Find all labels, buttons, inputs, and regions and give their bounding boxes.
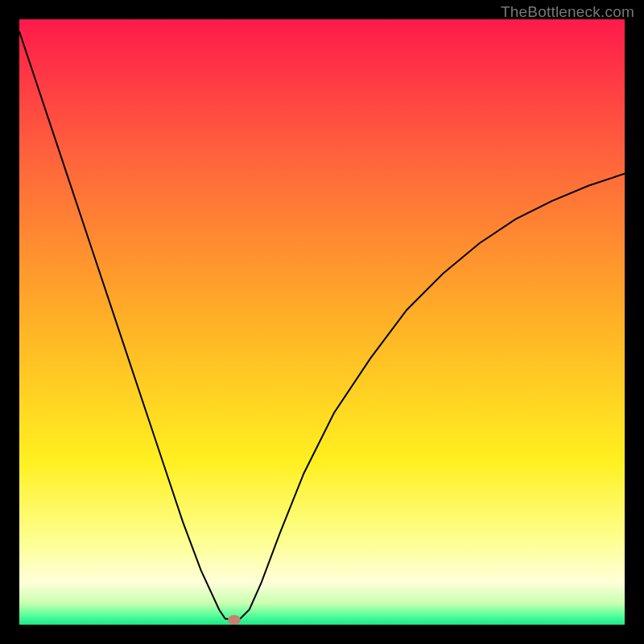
gradient-background <box>19 19 625 625</box>
watermark-text: TheBottleneck.com <box>501 3 634 21</box>
bottleneck-chart <box>19 19 625 625</box>
optimal-point-marker <box>228 615 241 625</box>
